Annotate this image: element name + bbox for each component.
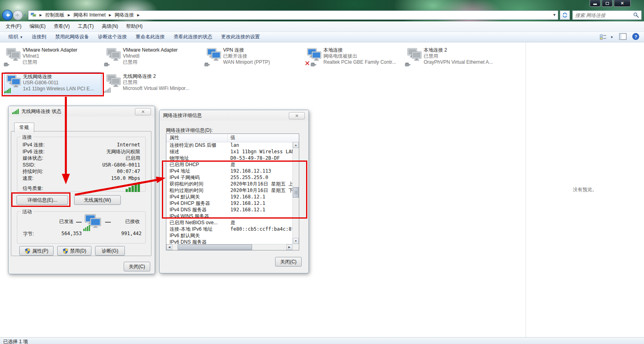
adapter-status: 已禁用 [424, 53, 438, 59]
wireless-properties-button[interactable]: 无线属性(W) [74, 195, 121, 205]
forward-button[interactable] [13, 10, 23, 20]
connection-row-label: 媒体状态: [23, 155, 43, 162]
signal-bars-icon [12, 108, 19, 114]
adapter-device: 已禁用 [23, 59, 37, 65]
breadcrumb-separator-icon: ▶ [37, 13, 44, 17]
menu-edit[interactable]: 编辑(E) [25, 21, 50, 31]
detail-row[interactable]: 描述 1x1 11bgn Wireless LAN PCI Exp [166, 148, 292, 155]
scroll-left-icon[interactable]: ◀ [166, 244, 172, 250]
menu-file[interactable]: 文件(F) [2, 21, 25, 31]
close-button[interactable]: × [614, 0, 631, 7]
ethernet-plug-icon [104, 62, 110, 67]
detail-value [228, 232, 230, 239]
toolbar-disable-device[interactable]: 禁用此网络设备 [51, 32, 93, 42]
search-input[interactable] [573, 13, 633, 18]
adapter-text: VMware Network Adapter VMnet1 已禁用 [23, 46, 77, 65]
menu-help[interactable]: 帮助(H) [122, 21, 147, 31]
computers-icon [5, 48, 22, 63]
column-property[interactable]: 属性 [166, 134, 228, 142]
breadcrumb-separator-icon[interactable]: ▶ [65, 13, 72, 17]
adapter-name: VPN 连接 [223, 47, 244, 53]
views-button[interactable]: ▼ [600, 34, 613, 40]
menu-tools[interactable]: 工具(T) [74, 21, 97, 31]
adapter-name: 本地连接 [323, 47, 343, 53]
breadcrumb-network-internet[interactable]: 网络和 Internet [72, 12, 106, 19]
properties-button[interactable]: 属性(P) [19, 246, 54, 256]
bytes-label: 字节: [23, 231, 34, 238]
refresh-button[interactable] [560, 10, 570, 20]
signal-bars-icon [104, 87, 111, 93]
close-dialog-button[interactable]: 关闭(C) [124, 262, 150, 271]
search-icon[interactable] [633, 12, 639, 18]
horizontal-scroll-thumb[interactable] [178, 244, 252, 250]
disable-button[interactable]: 禁用(D) [57, 246, 91, 256]
connection-row: 持续时间: 00:07:47 [23, 168, 140, 175]
menu-view[interactable]: 查看(V) [50, 21, 74, 31]
connection-row-label: 持续时间: [23, 168, 43, 175]
breadcrumb-separator-icon[interactable]: ▶ [135, 13, 142, 17]
dialog-titlebar[interactable]: 无线网络连接 状态 [8, 106, 155, 117]
detail-row[interactable]: 连接-本地 IPv6 地址 fe80::cb5:ccff:ba4c:8ffd%1… [166, 226, 292, 232]
sent-label: 已发送 [59, 218, 74, 225]
dialog-title: 网络连接详细信息 [163, 112, 202, 119]
help-button[interactable]: ? [632, 33, 639, 41]
close-dialog-button[interactable]: 关闭(C) [275, 257, 302, 267]
search-box[interactable] [572, 10, 642, 20]
adapter-device: 已禁用 [123, 59, 137, 65]
detail-row[interactable]: IPv6 DNS 服务器 [166, 239, 292, 244]
signal-quality-label: 信号质量: [23, 185, 43, 192]
detail-property: IPv6 默认网关 [166, 232, 228, 239]
network-adapter-item[interactable]: ✕ [205, 46, 302, 70]
toolbar-diagnose-connection[interactable]: 诊断这个连接 [93, 32, 131, 42]
network-adapter-item[interactable]: ✕ [405, 46, 503, 70]
connection-rows: IPv4 连接: Internet IPv6 连接: 无网络访问权限 媒体状态:… [17, 137, 145, 181]
dialog-titlebar[interactable]: 网络连接详细信息 [159, 110, 309, 121]
scrollbar-corner [292, 244, 299, 250]
toolbar-rename-connection[interactable]: 重命名此连接 [131, 32, 169, 42]
adapter-status: 网络电缆被拔出 [323, 53, 357, 59]
adapter-status: 已禁用 [123, 79, 137, 85]
toolbar-organize[interactable]: 组织▼ [4, 32, 27, 42]
address-bar[interactable]: ▶ 控制面板 ▶ 网络和 Internet ▶ 网络连接 ▶ ▼ [28, 10, 558, 20]
chevron-down-icon: ▼ [20, 35, 23, 39]
network-adapter-item[interactable]: ✕ [104, 46, 202, 70]
diagnose-button[interactable]: 诊断(G) [95, 246, 125, 256]
adapter-text: VMware Network Adapter VMnet8 已禁用 [123, 46, 178, 65]
scroll-right-icon[interactable]: ▶ [286, 244, 292, 250]
breadcrumb-separator-icon[interactable]: ▶ [106, 13, 114, 17]
toolbar-view-status[interactable]: 查看此连接的状态 [169, 32, 217, 42]
detail-property: 连接特定的 DNS 后缀 [166, 142, 228, 148]
network-adapter-item[interactable]: ✕ [4, 46, 101, 70]
menu-advanced[interactable]: 高级(N) [98, 21, 122, 31]
address-dropdown-icon[interactable]: ▼ [553, 13, 556, 17]
dialog-close-button[interactable]: ✕ [135, 108, 151, 115]
minimize-button[interactable] [590, 0, 601, 7]
chevron-down-icon: ▼ [610, 35, 613, 39]
help-icon: ? [632, 33, 639, 40]
tab-general[interactable]: 常规 [14, 123, 34, 132]
breadcrumb-network-connections[interactable]: 网络连接 [114, 12, 135, 19]
toolbar-change-settings[interactable]: 更改此连接的设置 [217, 32, 264, 42]
recent-pages-chevron-icon[interactable]: ▾ [24, 13, 26, 17]
dialog-close-button[interactable]: ✕ [289, 112, 305, 119]
breadcrumb-control-panel[interactable]: 控制面板 [44, 12, 65, 19]
network-adapter-item[interactable]: ✕ [104, 72, 202, 96]
network-adapter-item[interactable]: ✕ [305, 46, 402, 70]
connection-row: IPv6 连接: 无网络访问权限 [23, 148, 140, 155]
toolbar-connect-to[interactable]: 连接到 [27, 32, 51, 42]
scroll-down-icon[interactable]: ▼ [293, 238, 299, 244]
close-icon: ✕ [141, 109, 145, 115]
detail-row[interactable]: IPv6 默认网关 [166, 232, 292, 239]
detail-row[interactable]: 连接特定的 DNS 后缀 lan [166, 142, 292, 148]
adapter-text: 本地连接 2 已禁用 OrayPhVPN Virtual Ethernet A.… [424, 46, 493, 65]
maximize-button[interactable] [602, 0, 613, 7]
preview-pane-button[interactable] [619, 33, 627, 41]
uac-shield-icon [25, 248, 31, 254]
status-bar: 已选择 1 项 [0, 337, 644, 344]
column-value[interactable]: 值 [228, 134, 235, 142]
scroll-up-icon[interactable]: ▲ [293, 142, 299, 148]
detail-row[interactable]: 已启用 NetBIOS ove... 是 [166, 219, 292, 226]
ethernet-plug-icon [4, 62, 10, 67]
back-button[interactable] [2, 10, 13, 21]
horizontal-scrollbar[interactable]: ◀ ▶ [166, 244, 292, 250]
